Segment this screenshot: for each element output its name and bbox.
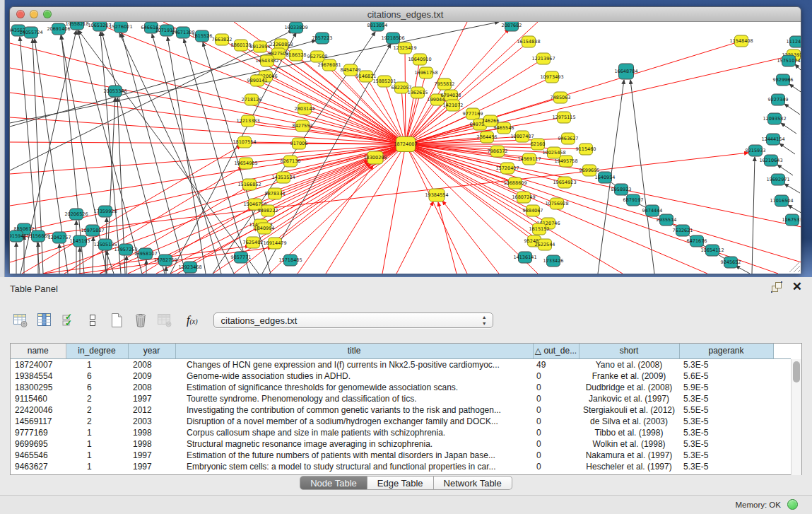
network-node[interactable]: 9227349 bbox=[768, 94, 789, 105]
network-node[interactable]: 917006 bbox=[290, 138, 308, 149]
network-node[interactable]: 19654985 bbox=[234, 158, 257, 169]
table-cell[interactable]: 0 bbox=[533, 427, 579, 438]
network-node[interactable]: 7986372 bbox=[488, 146, 508, 157]
network-node[interactable]: 15718485 bbox=[278, 255, 302, 266]
scrollbar-thumb[interactable] bbox=[793, 361, 800, 382]
network-window-titlebar[interactable]: citations_edges.txt bbox=[10, 7, 801, 22]
network-node[interactable]: 7857223 bbox=[312, 33, 333, 44]
table-row[interactable]: 946554611997Estimation of the future num… bbox=[11, 450, 791, 461]
table-cell[interactable]: 0 bbox=[533, 450, 579, 461]
network-node[interactable]: 7485063 bbox=[551, 92, 571, 103]
table-cell[interactable]: 0 bbox=[533, 461, 579, 472]
table-cell[interactable]: 49 bbox=[533, 358, 579, 370]
table-cell[interactable]: 9465546 bbox=[11, 450, 66, 461]
network-node[interactable]: 1167533 bbox=[782, 214, 801, 226]
table-cell[interactable]: 1 bbox=[66, 438, 128, 450]
column-header-year[interactable]: year bbox=[128, 344, 175, 358]
network-node[interactable]: 9857771 bbox=[231, 252, 252, 263]
table-cell[interactable]: Corpus callosum shape and size in male p… bbox=[175, 427, 533, 438]
table-cell[interactable]: 1998 bbox=[128, 427, 175, 438]
network-node[interactable]: 6471676 bbox=[687, 235, 707, 247]
table-cell[interactable]: 5.3E-5 bbox=[679, 461, 773, 472]
network-node[interactable]: 17016504 bbox=[770, 195, 793, 206]
table-row[interactable]: 946362711997Embryonic stem cells: a mode… bbox=[11, 461, 791, 472]
close-window-button[interactable] bbox=[16, 10, 25, 18]
table-cell[interactable]: 18724007 bbox=[11, 358, 66, 370]
tab-edge-table[interactable]: Edge Table bbox=[367, 476, 434, 490]
table-cell[interactable]: 2 bbox=[66, 393, 128, 404]
table-cell[interactable]: 5.5E-5 bbox=[679, 404, 773, 416]
table-cell[interactable]: Structural magnetic resonance image aver… bbox=[175, 438, 533, 450]
table-cell[interactable]: 0 bbox=[533, 382, 579, 393]
network-node[interactable]: 8215933 bbox=[746, 145, 766, 156]
function-builder-button[interactable]: f(x) bbox=[187, 314, 198, 327]
table-cell[interactable]: 0 bbox=[533, 404, 579, 416]
table-cell[interactable]: 2009 bbox=[128, 370, 175, 382]
network-node[interactable]: 15276021 bbox=[109, 22, 132, 33]
network-node[interactable]: 16648784 bbox=[614, 64, 637, 79]
table-row[interactable]: 2242004622012Investigating the contribut… bbox=[11, 404, 791, 416]
table-settings-button[interactable] bbox=[10, 310, 31, 330]
table-cell[interactable]: 5.6E-5 bbox=[679, 370, 773, 382]
table-cell[interactable]: 5.3E-5 bbox=[679, 393, 773, 404]
network-node[interactable]: 6879197 bbox=[623, 194, 644, 206]
network-node[interactable]: 9463627 bbox=[558, 133, 579, 144]
network-node[interactable]: 16210643 bbox=[759, 155, 782, 166]
table-row[interactable]: 911546021997Tourette syndrome. Phenomeno… bbox=[11, 393, 791, 404]
network-node[interactable]: 12093582 bbox=[763, 113, 786, 124]
column-header-in_degree[interactable]: in_degree bbox=[66, 344, 128, 358]
new-document-button[interactable] bbox=[106, 310, 127, 330]
table-cell[interactable]: Investigating the contribution of common… bbox=[175, 404, 533, 416]
table-cell[interactable]: Embryonic stem cells: a model to study s… bbox=[175, 461, 533, 472]
network-node[interactable]: 18107554 bbox=[233, 136, 256, 148]
show-column-button[interactable] bbox=[34, 310, 55, 330]
table-cell[interactable]: 2008 bbox=[128, 358, 175, 370]
table-cell[interactable]: Nakamura et al. (1997) bbox=[579, 450, 679, 461]
network-node[interactable]: 11548408 bbox=[729, 35, 753, 47]
network-node[interactable]: 17359928 bbox=[93, 206, 117, 217]
network-canvas[interactable]: 1830029519384554766382288601288912954222… bbox=[10, 22, 801, 274]
table-row[interactable]: 1938455462009Genome-wide association stu… bbox=[11, 370, 791, 382]
table-cell[interactable]: Jankovic et al. (1997) bbox=[579, 393, 679, 404]
table-cell[interactable]: Dudbridge et al. (2008) bbox=[579, 382, 679, 393]
table-cell[interactable]: 2 bbox=[66, 404, 128, 416]
table-cell[interactable]: Yano et al. (2008) bbox=[579, 358, 679, 370]
table-cell[interactable]: 1 bbox=[66, 358, 128, 370]
table-cell[interactable]: de Silva et al. (2003) bbox=[579, 416, 679, 427]
table-cell[interactable]: Tibbo et al. (1998) bbox=[579, 427, 679, 438]
network-node[interactable]: 7955812 bbox=[435, 78, 455, 90]
network-node[interactable]: 20206526 bbox=[64, 209, 88, 220]
table-cell[interactable]: Genome-wide association studies in ADHD. bbox=[175, 370, 533, 382]
table-cell[interactable]: Hescheler et al. (1997) bbox=[579, 461, 679, 472]
table-scrollbar[interactable] bbox=[791, 359, 801, 475]
table-select[interactable]: citations_edges.txt ▲▼ bbox=[213, 313, 493, 328]
network-node[interactable]: 18724007 bbox=[394, 137, 417, 152]
network-node[interactable]: 18640910 bbox=[408, 54, 431, 65]
network-node[interactable]: 10975887 bbox=[81, 225, 104, 236]
table-cell[interactable]: 1997 bbox=[128, 450, 175, 461]
network-node[interactable]: 1112442 bbox=[787, 36, 801, 47]
table-cell[interactable]: 5.3E-5 bbox=[679, 438, 773, 450]
column-header-name[interactable]: name bbox=[11, 344, 66, 358]
table-cell[interactable]: 2003 bbox=[128, 416, 175, 427]
network-node[interactable]: 1733426 bbox=[543, 255, 564, 267]
zoom-window-button[interactable] bbox=[43, 10, 52, 18]
table-row[interactable]: 1872400712008Changes of HCN gene express… bbox=[11, 358, 791, 370]
table-cell[interactable]: 5.3E-5 bbox=[679, 358, 773, 370]
table-cell[interactable]: Changes of HCN gene expression and I(f) … bbox=[175, 358, 533, 370]
table-cell[interactable]: 1998 bbox=[128, 438, 175, 450]
select-columns-button[interactable]: ✓ ✓ bbox=[58, 310, 79, 330]
network-node[interactable]: 9115460 bbox=[576, 144, 596, 155]
table-cell[interactable]: 5.3E-5 bbox=[679, 450, 773, 461]
column-header-pagerank[interactable]: pagerank bbox=[679, 344, 773, 358]
network-node[interactable]: 16033809 bbox=[284, 22, 307, 33]
table-cell[interactable]: 9699695 bbox=[11, 438, 66, 450]
float-panel-icon[interactable] bbox=[771, 281, 782, 293]
table-row[interactable]: 977716911998Corpus callosum shape and si… bbox=[11, 427, 791, 438]
table-cell[interactable]: 1 bbox=[66, 427, 128, 438]
table-mode-button[interactable] bbox=[82, 310, 103, 330]
network-node[interactable]: 19384554 bbox=[425, 189, 448, 201]
table-cell[interactable]: 1 bbox=[66, 450, 128, 461]
table-cell[interactable]: 2008 bbox=[128, 382, 175, 393]
table-cell[interactable]: 18300295 bbox=[11, 382, 66, 393]
